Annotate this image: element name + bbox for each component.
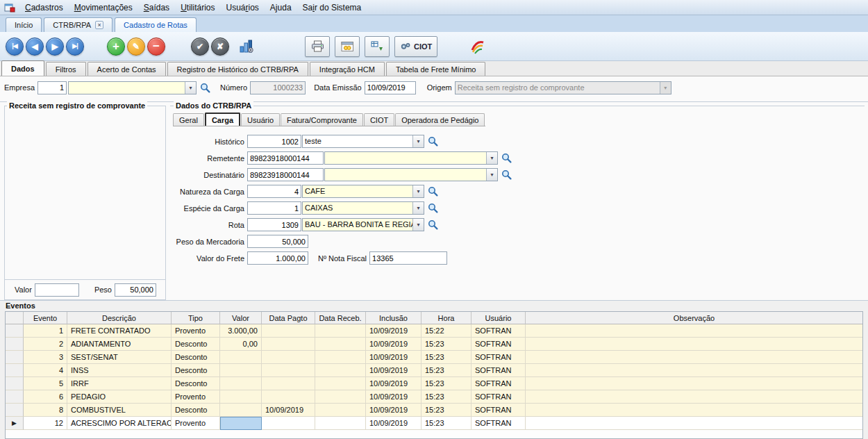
cell[interactable]: [315, 417, 366, 430]
confirm-button[interactable]: ✔: [191, 38, 209, 56]
cell[interactable]: 3.000,00: [220, 324, 262, 338]
cell[interactable]: 0,00: [220, 338, 262, 351]
page-tab-acerto-de-contas[interactable]: Acerto de Contas: [87, 62, 166, 76]
table-row[interactable]: 2ADIANTAMENTODesconto0,0010/09/201915:23…: [6, 338, 862, 351]
cell[interactable]: 10/09/2019: [366, 404, 422, 417]
cell[interactable]: 15:23: [422, 417, 471, 430]
cell[interactable]: [262, 390, 315, 404]
peso-input[interactable]: [115, 283, 156, 297]
data-emissao-input[interactable]: [365, 81, 416, 94]
cell[interactable]: 15:22: [422, 324, 471, 338]
cell[interactable]: [315, 364, 366, 377]
carga-tab-fatura-comprovante[interactable]: Fatura/Comprovante: [281, 113, 363, 126]
cell[interactable]: [526, 338, 862, 351]
cell[interactable]: 12: [24, 417, 67, 430]
cell[interactable]: [315, 390, 366, 404]
cell[interactable]: SEST/SENAT: [67, 351, 172, 364]
table-row[interactable]: 4INSSDesconto10/09/201915:23SOFTRAN: [6, 364, 862, 377]
search-icon[interactable]: [501, 169, 512, 180]
cell[interactable]: Desconto: [172, 338, 220, 351]
column-header-observacao[interactable]: Observação: [526, 312, 862, 324]
menu-item-saidas[interactable]: Saídas: [138, 0, 175, 15]
cell[interactable]: FRETE CONTRATADO: [67, 324, 172, 338]
transfer-button[interactable]: [365, 36, 390, 57]
column-header-descricao[interactable]: Descrição: [67, 312, 172, 324]
cell[interactable]: ACRESCIMO POR ALTERACAC: [67, 417, 172, 430]
cell[interactable]: [262, 351, 315, 364]
print-button[interactable]: [305, 36, 330, 57]
cell[interactable]: [220, 390, 262, 404]
eventos-grid[interactable]: EventoDescriçãoTipoValorData PagtoData R…: [5, 311, 863, 439]
cell[interactable]: SOFTRAN: [471, 404, 526, 417]
table-row[interactable]: ▶12ACRESCIMO POR ALTERACACProvento10/09/…: [6, 417, 862, 430]
cell[interactable]: [220, 364, 262, 377]
add-button[interactable]: +: [107, 38, 125, 56]
cell[interactable]: 10/09/2019: [366, 364, 422, 377]
column-header-valor[interactable]: Valor: [220, 312, 262, 324]
search-icon[interactable]: [428, 136, 438, 147]
empresa-code-input[interactable]: [37, 81, 67, 94]
cell[interactable]: [526, 351, 862, 364]
especie-combo[interactable]: CAIXAS▾: [302, 201, 424, 215]
nav-prev-button[interactable]: ◀: [26, 38, 44, 56]
cell[interactable]: Desconto: [172, 364, 220, 377]
cell[interactable]: 15:23: [422, 364, 471, 377]
cell[interactable]: [262, 417, 315, 430]
cell[interactable]: SOFTRAN: [471, 324, 526, 338]
cell[interactable]: [220, 351, 262, 364]
cell[interactable]: Provento: [172, 324, 220, 338]
cell[interactable]: Provento: [172, 390, 220, 404]
cell[interactable]: [526, 364, 862, 377]
cell[interactable]: [526, 377, 862, 390]
cell[interactable]: [315, 404, 366, 417]
column-header-inclusao[interactable]: Inclusão: [366, 312, 422, 324]
cell[interactable]: 15:23: [422, 377, 471, 390]
cell[interactable]: SOFTRAN: [471, 364, 526, 377]
nav-last-button[interactable]: ▶|: [66, 38, 84, 56]
cell[interactable]: 5: [24, 377, 67, 390]
menu-item-sair-do-sistema[interactable]: Sair do Sistema: [297, 0, 367, 15]
cell[interactable]: 4: [24, 364, 67, 377]
table-row[interactable]: 5IRRFDesconto10/09/201915:23SOFTRAN: [6, 377, 862, 390]
cell[interactable]: 10/09/2019: [262, 404, 315, 417]
column-header-usuario[interactable]: Usuário: [471, 312, 526, 324]
search-icon[interactable]: [200, 83, 210, 93]
edit-button[interactable]: ✎: [127, 38, 145, 56]
search-icon[interactable]: [428, 203, 438, 213]
nav-next-button[interactable]: ▶: [46, 38, 64, 56]
table-row[interactable]: 6PEDAGIOProvento10/09/201915:23SOFTRAN: [6, 390, 862, 404]
column-header-hora[interactable]: Hora: [422, 312, 471, 324]
cell[interactable]: [262, 364, 315, 377]
cell[interactable]: 15:23: [422, 351, 471, 364]
cell[interactable]: SOFTRAN: [471, 377, 526, 390]
cell[interactable]: SOFTRAN: [471, 351, 526, 364]
cell[interactable]: PEDAGIO: [67, 390, 172, 404]
chart-button[interactable]: [235, 36, 258, 57]
carga-tab-geral[interactable]: Geral: [173, 113, 204, 126]
cell[interactable]: [315, 338, 366, 351]
cell[interactable]: 1: [24, 324, 67, 338]
page-tab-registro-de-historico-do-ctrb-rpa[interactable]: Registro de Histórico do CTRB/RPA: [167, 62, 308, 76]
menu-item-ajuda[interactable]: Ajuda: [265, 0, 297, 15]
ciot-button[interactable]: CIOT: [394, 36, 437, 57]
delete-button[interactable]: −: [147, 38, 165, 56]
cell[interactable]: 15:23: [422, 404, 471, 417]
historico-code-input[interactable]: [247, 135, 301, 148]
historico-combo[interactable]: teste▾: [302, 135, 424, 148]
empresa-combo[interactable]: ▾: [68, 81, 197, 94]
remetente-combo[interactable]: ▾: [324, 151, 498, 165]
valor-input[interactable]: [35, 283, 79, 297]
cell[interactable]: Desconto: [172, 351, 220, 364]
rota-combo[interactable]: BAU - BARRA BONITA E REGIAO▾: [302, 218, 424, 231]
valor-frete-input[interactable]: [247, 251, 308, 265]
cell[interactable]: 15:23: [422, 338, 471, 351]
cell[interactable]: Provento: [172, 417, 220, 430]
report-button[interactable]: [335, 36, 360, 57]
cell[interactable]: IRRF: [67, 377, 172, 390]
softran-logo-button[interactable]: [467, 36, 488, 57]
menu-item-utilitarios[interactable]: Utilitários: [175, 0, 220, 15]
cell[interactable]: COMBUSTIVEL: [67, 404, 172, 417]
cancel-button[interactable]: ✘: [211, 38, 229, 56]
cell[interactable]: 3: [24, 351, 67, 364]
especie-code-input[interactable]: [247, 201, 301, 215]
